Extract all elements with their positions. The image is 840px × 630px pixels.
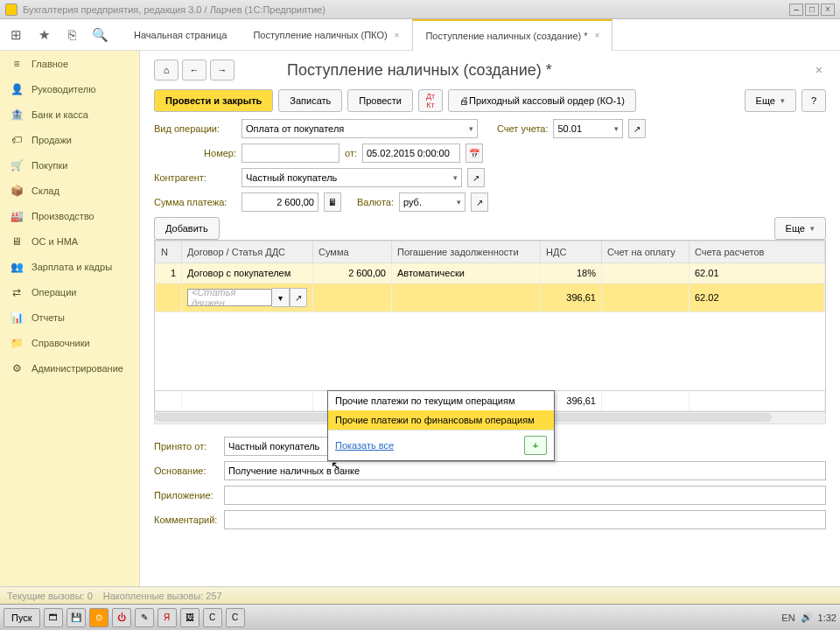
sidebar-item-ops[interactable]: ⇄Операции bbox=[0, 279, 139, 304]
table-row[interactable]: 1 Договор с покупателем 2 600,00 Автомат… bbox=[156, 263, 825, 284]
clock[interactable]: 1:32 bbox=[818, 612, 836, 623]
account-select[interactable]: 50.01▾ bbox=[553, 119, 623, 138]
taskbar-app[interactable]: Я bbox=[158, 608, 177, 627]
sidebar-item-label: ОС и НМА bbox=[32, 236, 78, 247]
calc-button[interactable]: 🖩 bbox=[324, 192, 341, 212]
taskbar-app[interactable]: C bbox=[203, 608, 222, 627]
taskbar-app[interactable]: C bbox=[226, 608, 245, 627]
col-contract[interactable]: Договор / Статья ДДС bbox=[182, 242, 313, 263]
taskbar-app[interactable]: 💾 bbox=[66, 608, 86, 627]
add-row-button[interactable]: Добавить bbox=[154, 217, 220, 240]
sidebar-item-production[interactable]: 🏭Производство bbox=[0, 203, 139, 228]
col-invoice[interactable]: Счет на оплату bbox=[602, 242, 690, 263]
back-button[interactable]: ← bbox=[182, 60, 206, 80]
sidebar-item-admin[interactable]: ⚙Администрирование bbox=[0, 355, 139, 381]
op-type-label: Вид операции: bbox=[154, 123, 236, 134]
forward-button[interactable]: → bbox=[210, 60, 234, 80]
close-button[interactable]: × bbox=[821, 4, 835, 16]
sidebar-item-warehouse[interactable]: 📦Склад bbox=[0, 178, 139, 203]
op-type-select[interactable]: Оплата от покупателя▾ bbox=[242, 119, 478, 138]
sidebar-item-purchase[interactable]: 🛒Покупки bbox=[0, 152, 139, 178]
col-vat[interactable]: НДС bbox=[541, 242, 602, 263]
select-value: руб. bbox=[403, 197, 422, 207]
sidebar-item-manager[interactable]: 👤Руководителю bbox=[0, 76, 139, 102]
sidebar-item-refs[interactable]: 📁Справочники bbox=[0, 330, 139, 355]
select-value: Оплата от покупателя bbox=[246, 123, 344, 134]
search-icon[interactable]: 🔍 bbox=[88, 23, 112, 47]
sidebar-item-main[interactable]: ≡Главное bbox=[0, 51, 139, 76]
dds-dropdown-button[interactable]: ▾ bbox=[272, 288, 290, 307]
taskbar-app[interactable]: 🖼 bbox=[180, 608, 200, 627]
taskbar-app[interactable]: ✎ bbox=[135, 608, 154, 627]
table-row-sub[interactable]: <Статья движен... ▾ ↗ 396,61 62.02 bbox=[156, 284, 825, 312]
sidebar-item-label: Главное bbox=[32, 59, 68, 69]
tab-pko[interactable]: Поступление наличных (ПКО)× bbox=[240, 19, 412, 51]
lang-indicator[interactable]: EN bbox=[781, 612, 794, 623]
start-button[interactable]: Пуск bbox=[4, 608, 40, 627]
sidebar-item-assets[interactable]: 🖥ОС и НМА bbox=[0, 228, 139, 254]
attach-input[interactable] bbox=[224, 486, 826, 505]
sidebar-item-bank[interactable]: 🏦Банк и касса bbox=[0, 102, 139, 127]
dds-input[interactable]: <Статья движен... bbox=[187, 289, 272, 306]
cell-n: 1 bbox=[156, 263, 182, 284]
box-icon: 📦 bbox=[9, 185, 24, 197]
dtkt-button[interactable]: ДтКт bbox=[418, 89, 443, 112]
taskbar-app[interactable]: ⊙ bbox=[89, 608, 108, 627]
home-button[interactable]: ⌂ bbox=[154, 60, 178, 80]
chart-icon: 📊 bbox=[9, 312, 24, 324]
open-contragent-button[interactable]: ↗ bbox=[467, 168, 485, 187]
cell-sum: 2 600,00 bbox=[313, 263, 392, 284]
close-icon[interactable]: × bbox=[595, 31, 600, 40]
col-sum[interactable]: Сумма bbox=[313, 242, 392, 263]
basis-input[interactable]: Получение наличных в банке bbox=[224, 461, 826, 480]
minimize-button[interactable]: ‒ bbox=[789, 4, 803, 16]
person-icon: 👤 bbox=[9, 83, 24, 95]
taskbar-app[interactable]: 🗔 bbox=[44, 608, 63, 627]
currency-select[interactable]: руб.▾ bbox=[399, 192, 466, 212]
post-close-button[interactable]: Провести и закрыть bbox=[154, 89, 273, 112]
show-all-link[interactable]: Показать все bbox=[335, 440, 394, 451]
print-button[interactable]: 🖨 Приходный кассовый ордер (КО-1) bbox=[448, 89, 636, 112]
col-accounts[interactable]: Счета расчетов bbox=[690, 242, 825, 263]
basis-label: Основание: bbox=[154, 466, 219, 476]
maximize-button[interactable]: □ bbox=[805, 4, 819, 16]
favorite-icon[interactable]: ★ bbox=[32, 23, 56, 47]
apps-icon[interactable]: ⊞ bbox=[4, 23, 28, 47]
select-value: 50.01 bbox=[557, 123, 582, 134]
number-label: Номер: bbox=[154, 148, 236, 158]
save-button[interactable]: Записать bbox=[278, 89, 342, 112]
app-icon bbox=[5, 4, 18, 16]
calendar-button[interactable]: 📅 bbox=[466, 144, 483, 163]
tab-home[interactable]: Начальная страница bbox=[121, 19, 240, 51]
button-label: Пуск bbox=[11, 612, 32, 623]
sidebar-item-label: Склад bbox=[32, 186, 60, 196]
number-input[interactable] bbox=[242, 144, 340, 163]
taskbar-app[interactable]: ⏻ bbox=[112, 608, 131, 627]
sidebar-item-sales[interactable]: 🏷Продажи bbox=[0, 127, 139, 152]
more-button[interactable]: Еще bbox=[745, 89, 796, 112]
dds-open-button[interactable]: ↗ bbox=[290, 288, 307, 307]
open-currency-button[interactable]: ↗ bbox=[471, 192, 488, 212]
post-button[interactable]: Провести bbox=[347, 89, 413, 112]
open-account-button[interactable]: ↗ bbox=[628, 119, 646, 138]
dropdown-option[interactable]: Прочие платежи по текущим операциям bbox=[328, 391, 554, 410]
sidebar-item-salary[interactable]: 👥Зарплата и кадры bbox=[0, 254, 139, 279]
add-option-button[interactable]: + bbox=[524, 436, 547, 455]
tray-icon[interactable]: 🔊 bbox=[801, 612, 813, 623]
help-button[interactable]: ? bbox=[802, 89, 826, 112]
close-page-button[interactable]: × bbox=[812, 60, 826, 80]
col-repay[interactable]: Погашение задолженности bbox=[392, 242, 541, 263]
date-input[interactable]: 05.02.2015 0:00:00 bbox=[362, 144, 460, 163]
history-icon[interactable]: ⎘ bbox=[60, 23, 84, 47]
comment-input[interactable] bbox=[224, 510, 826, 529]
list-icon: ≡ bbox=[9, 58, 24, 70]
col-n[interactable]: N bbox=[156, 242, 182, 263]
sum-input[interactable]: 2 600,00 bbox=[242, 192, 318, 212]
close-icon[interactable]: × bbox=[395, 31, 400, 40]
sidebar-item-reports[interactable]: 📊Отчеты bbox=[0, 304, 139, 330]
contragent-select[interactable]: Частный покупатель▾ bbox=[242, 168, 462, 187]
tab-create[interactable]: Поступление наличных (создание) *× bbox=[412, 19, 612, 51]
sidebar-item-label: Отчеты bbox=[32, 312, 65, 323]
dropdown-option-selected[interactable]: Прочие платежи по финансовым операциям bbox=[328, 410, 554, 430]
table-more-button[interactable]: Еще bbox=[774, 217, 826, 240]
